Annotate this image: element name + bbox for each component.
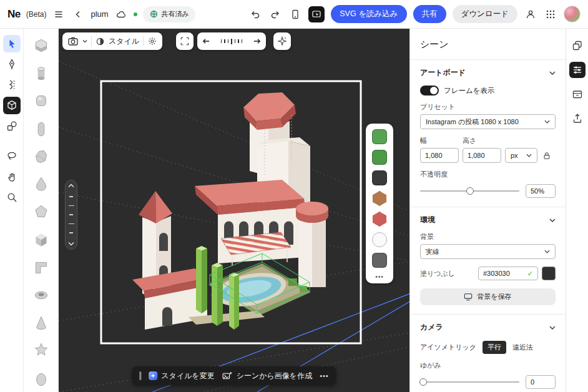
zoom-tool[interactable] [3, 189, 21, 206]
save-background-icon [464, 293, 473, 301]
shape-pentagon-prism[interactable] [27, 199, 55, 225]
fit-frame-button[interactable] [176, 32, 194, 50]
style-button[interactable]: スタイル [109, 36, 139, 47]
share-button[interactable]: 共有 [413, 5, 446, 23]
opacity-value[interactable]: 50% [526, 184, 556, 198]
lasso-tool[interactable] [3, 147, 21, 165]
width-input[interactable]: 1,080 [420, 148, 459, 163]
skew-slider[interactable] [420, 378, 519, 386]
apps-grid-icon[interactable] [544, 7, 557, 21]
create-image-label: シーンから画像を作成 [237, 371, 312, 381]
undo-button[interactable] [248, 7, 262, 21]
effects-button[interactable] [273, 32, 291, 50]
chevron-down-icon[interactable] [549, 218, 556, 222]
fill-hex-value: #303030 [483, 270, 510, 277]
model-building[interactable] [132, 92, 328, 330]
lock-icon[interactable] [541, 151, 552, 160]
opacity-slider-knob[interactable] [466, 187, 474, 195]
skew-value[interactable]: 0 [526, 375, 556, 389]
create-image-button[interactable]: シーンから画像を作成 [222, 371, 312, 381]
device-preview-icon[interactable] [288, 7, 302, 21]
opacity-slider[interactable] [420, 187, 519, 195]
properties-icon[interactable] [569, 62, 586, 78]
shape-torus[interactable] [27, 282, 55, 308]
arrow-up-icon[interactable] [68, 184, 74, 188]
cloud-sync-icon[interactable] [114, 7, 128, 21]
height-label: 高さ [463, 136, 501, 145]
camera-icon[interactable] [67, 36, 79, 47]
shape-egg[interactable] [27, 366, 55, 392]
height-input[interactable]: 1,080 [463, 148, 501, 163]
fill-label: 塗りつぶし [420, 269, 455, 278]
redo-button[interactable] [268, 7, 282, 21]
next-view-button[interactable] [252, 37, 262, 46]
app-window: Ne (Beta) plum 共有済み [0, 0, 588, 392]
back-button[interactable] [71, 7, 85, 21]
chevron-down-icon[interactable] [549, 71, 556, 75]
add-collaborator-icon[interactable] [524, 7, 537, 21]
material-swatch-green-2[interactable] [372, 150, 387, 165]
shape-cylinder[interactable] [27, 60, 55, 86]
download-button[interactable]: ダウンロード [453, 5, 517, 23]
chevron-down-icon[interactable] [549, 326, 556, 330]
pen-tool[interactable] [3, 56, 21, 73]
user-avatar[interactable] [564, 6, 581, 22]
material-swatch-charcoal[interactable] [372, 170, 387, 185]
materials-more-button[interactable]: ••• [375, 273, 384, 280]
lathe-tool[interactable] [3, 76, 21, 94]
shared-status-badge[interactable]: 共有済み [143, 6, 195, 22]
shared-status-label: 共有済み [162, 9, 189, 19]
settings-icon[interactable] [147, 36, 157, 46]
preset-select[interactable]: Instagram の投稿 1080 x 1080 [420, 114, 556, 129]
material-swatch-gray[interactable] [372, 253, 387, 268]
background-select[interactable]: 実線 [420, 244, 556, 259]
shape-hexagon-slab[interactable] [27, 32, 55, 59]
document-title[interactable]: plum [91, 9, 108, 19]
primitives-tool[interactable] [3, 117, 21, 135]
change-style-button[interactable]: スタイルを変更 [149, 371, 214, 381]
shape-corner-block[interactable] [27, 255, 55, 281]
camera-mode-isometric[interactable]: アイソメトリック [420, 343, 476, 352]
elevation-slider[interactable] [65, 180, 77, 250]
export-icon[interactable] [569, 110, 586, 127]
show-frame-toggle[interactable] [420, 86, 439, 96]
artboard-section-title: アートボード [420, 67, 466, 78]
unit-select[interactable]: px [505, 148, 537, 163]
shape-star[interactable] [27, 338, 55, 364]
material-swatch-white[interactable] [372, 232, 387, 247]
shape-rounded-cube[interactable] [27, 88, 55, 114]
camera-mode-perspective[interactable]: 遠近法 [512, 343, 533, 352]
bottom-more-button[interactable]: ••• [320, 372, 329, 380]
shape-cone[interactable] [27, 310, 55, 336]
style-icon [96, 37, 105, 46]
load-svg-button[interactable]: SVG を読み込み [331, 5, 406, 23]
drag-handle[interactable] [139, 371, 141, 380]
save-background-button[interactable]: 背景を保存 [420, 288, 556, 305]
fill-hex-input[interactable]: #303030 ✓ [478, 267, 538, 280]
prev-view-button[interactable] [202, 37, 211, 46]
fill-color-swatch[interactable] [542, 267, 556, 280]
material-swatch-tan-hex[interactable] [372, 191, 387, 206]
shape-rock[interactable] [27, 144, 55, 170]
chevron-down-icon[interactable] [82, 39, 87, 43]
viewport[interactable]: スタイル [59, 29, 409, 392]
scene-canvas[interactable] [59, 29, 409, 392]
preset-label: プリセット [420, 102, 556, 112]
shape-teardrop[interactable] [27, 171, 55, 197]
camera-mode-parallel[interactable]: 平行 [483, 341, 506, 354]
arrow-down-icon[interactable] [68, 242, 74, 246]
layers-icon[interactable] [569, 37, 586, 54]
menu-icon[interactable] [52, 7, 66, 21]
cube-tool[interactable] [3, 97, 21, 114]
library-icon[interactable] [569, 86, 586, 102]
capture-button[interactable] [308, 6, 325, 22]
shape-capsule[interactable] [27, 115, 55, 142]
select-tool[interactable] [3, 35, 21, 52]
hand-tool[interactable] [3, 168, 21, 185]
view-angle-ticks[interactable] [221, 39, 243, 44]
material-swatch-green[interactable] [372, 129, 387, 144]
skew-slider-knob[interactable] [419, 378, 427, 386]
unit-value: px [511, 152, 518, 159]
material-swatch-red-hex[interactable] [372, 212, 387, 227]
shape-cube[interactable] [27, 227, 55, 253]
